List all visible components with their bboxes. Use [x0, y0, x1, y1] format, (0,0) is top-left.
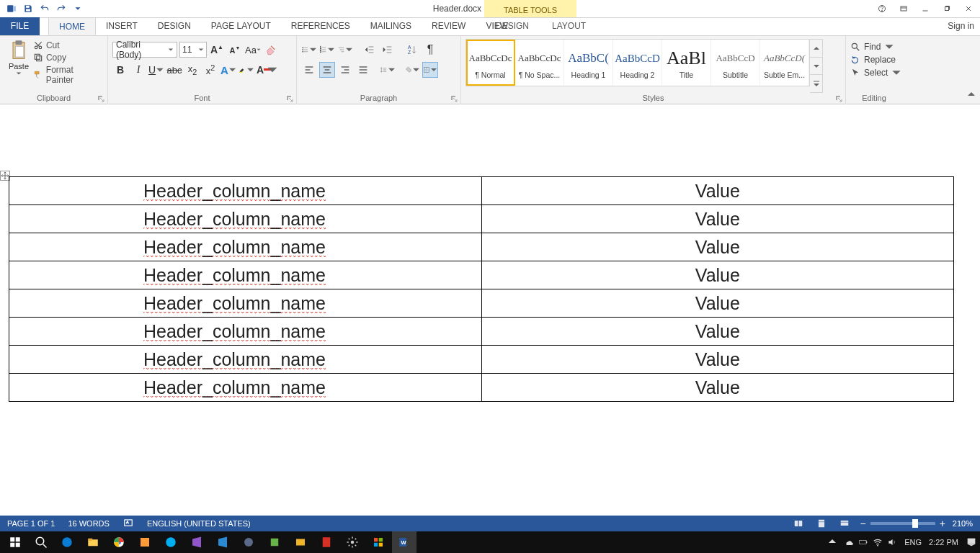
start-button[interactable]: [3, 531, 27, 553]
taskbar-app-3[interactable]: [262, 531, 287, 553]
superscript-button[interactable]: x2: [202, 62, 218, 78]
grow-font-button[interactable]: A▲: [209, 42, 225, 58]
zoom-thumb[interactable]: [912, 519, 918, 528]
tab-mailings[interactable]: MAILINGS: [360, 17, 422, 35]
table-row[interactable]: Header_column_nameValue: [9, 346, 954, 374]
subscript-button[interactable]: x2: [184, 62, 200, 78]
tray-volume-icon[interactable]: [887, 537, 897, 547]
sort-button[interactable]: AZ: [404, 42, 420, 58]
table-cell-header[interactable]: Header_column_name: [9, 318, 482, 346]
tab-home[interactable]: HOME: [48, 17, 96, 35]
table-cell-value[interactable]: Value: [481, 233, 953, 261]
styles-scroll-up[interactable]: [810, 40, 822, 58]
copy-button[interactable]: Copy: [33, 53, 103, 63]
text-effects-button[interactable]: A: [220, 62, 236, 78]
close-icon[interactable]: [960, 1, 977, 16]
tab-references[interactable]: REFERENCES: [281, 17, 360, 35]
tray-clock[interactable]: 2:22 PM: [929, 538, 958, 547]
font-name-combo[interactable]: Calibri (Body): [112, 42, 177, 58]
table-cell-header[interactable]: Header_column_name: [9, 374, 482, 402]
replace-button[interactable]: Replace: [850, 55, 901, 65]
taskbar-explorer-icon[interactable]: [81, 531, 105, 553]
style-tile-heading2[interactable]: AaBbCcDHeading 2: [613, 40, 662, 86]
save-icon[interactable]: [21, 1, 35, 16]
table-row[interactable]: Header_column_nameValue: [9, 233, 954, 261]
undo-icon[interactable]: [37, 1, 52, 16]
zoom-level[interactable]: 210%: [953, 519, 973, 528]
show-paragraph-marks-button[interactable]: ¶: [422, 42, 438, 58]
change-case-button[interactable]: Aa: [245, 42, 261, 58]
align-right-button[interactable]: [337, 62, 353, 78]
shrink-font-button[interactable]: A▼: [227, 42, 243, 58]
line-spacing-button[interactable]: [380, 62, 396, 78]
zoom-track[interactable]: [870, 522, 935, 525]
taskbar-vscode-icon[interactable]: [210, 531, 235, 553]
table-row[interactable]: Header_column_nameValue: [9, 205, 954, 233]
tab-page-layout[interactable]: PAGE LAYOUT: [201, 17, 281, 35]
style-tile-subtitle[interactable]: AaBbCcDSubtitle: [711, 40, 760, 86]
qat-customize-icon[interactable]: [71, 1, 85, 16]
align-left-button[interactable]: [301, 62, 317, 78]
sign-in-link[interactable]: Sign in: [948, 17, 974, 35]
styles-dialog-launcher[interactable]: [835, 94, 844, 103]
help-icon[interactable]: [873, 1, 891, 16]
status-language[interactable]: ENGLISH (UNITED STATES): [147, 519, 251, 528]
tray-overflow-icon[interactable]: [828, 537, 837, 547]
status-page[interactable]: PAGE 1 OF 1: [7, 519, 55, 528]
tab-review[interactable]: REVIEW: [422, 17, 476, 35]
tray-language[interactable]: ENG: [904, 538, 922, 547]
zoom-in-icon[interactable]: +: [940, 518, 945, 529]
zoom-slider[interactable]: − +: [860, 518, 945, 529]
numbering-button[interactable]: 123: [319, 42, 335, 58]
bullets-button[interactable]: [301, 42, 317, 58]
decrease-indent-button[interactable]: [362, 42, 378, 58]
table-cell-header[interactable]: Header_column_name: [9, 346, 482, 374]
taskbar-pdf-icon[interactable]: [314, 531, 339, 553]
taskbar-app-5[interactable]: [366, 531, 391, 553]
tray-notifications-icon[interactable]: [966, 536, 977, 548]
view-web-layout[interactable]: [837, 518, 852, 529]
style-tile-normal[interactable]: AaBbCcDc¶ Normal: [466, 40, 515, 86]
tab-design[interactable]: DESIGN: [148, 17, 201, 35]
multilevel-list-button[interactable]: [337, 42, 353, 58]
table-row[interactable]: Header_column_nameValue: [9, 177, 954, 205]
format-painter-button[interactable]: Format Painter: [33, 65, 103, 85]
word-app-icon[interactable]: [4, 1, 19, 16]
collapse-ribbon-icon[interactable]: [967, 90, 976, 101]
table-row[interactable]: Header_column_nameValue: [9, 374, 954, 402]
table-cell-value[interactable]: Value: [481, 261, 953, 289]
status-proofing-icon[interactable]: [122, 518, 134, 529]
underline-button[interactable]: U: [148, 62, 164, 78]
increase-indent-button[interactable]: [380, 42, 396, 58]
bold-button[interactable]: B: [112, 62, 128, 78]
table-cell-value[interactable]: Value: [481, 205, 953, 233]
borders-button[interactable]: [422, 62, 438, 78]
tab-table-layout[interactable]: LAYOUT: [540, 17, 597, 35]
align-center-button[interactable]: [319, 62, 335, 78]
find-button[interactable]: Find: [850, 42, 901, 52]
restore-icon[interactable]: [938, 1, 956, 16]
table-cell-header[interactable]: Header_column_name: [9, 289, 482, 318]
taskbar-settings-icon[interactable]: [340, 531, 365, 553]
font-size-combo[interactable]: 11: [179, 42, 207, 58]
paragraph-dialog-launcher[interactable]: [450, 94, 459, 103]
table-row[interactable]: Header_column_nameValue: [9, 261, 954, 289]
styles-gallery[interactable]: AaBbCcDc¶ NormalAaBbCcDc¶ No Spac...AaBb…: [466, 39, 810, 86]
justify-button[interactable]: [355, 62, 371, 78]
tray-wifi-icon[interactable]: [873, 537, 883, 547]
style-tile-heading1[interactable]: AaBbC(Heading 1: [564, 40, 613, 86]
taskbar-chrome-icon[interactable]: [107, 531, 131, 553]
styles-expand[interactable]: [810, 75, 822, 92]
view-read-mode[interactable]: [790, 518, 806, 529]
paste-button[interactable]: Paste: [4, 39, 33, 76]
taskbar-vs-icon[interactable]: [184, 531, 209, 553]
italic-button[interactable]: I: [130, 62, 146, 78]
table-cell-value[interactable]: Value: [481, 318, 953, 346]
minimize-icon[interactable]: [917, 1, 934, 16]
table-cell-value[interactable]: Value: [481, 374, 953, 402]
styles-scroll-down[interactable]: [810, 58, 822, 76]
select-button[interactable]: Select: [850, 68, 901, 78]
style-tile-title[interactable]: AaBlTitle: [662, 40, 711, 86]
redo-icon[interactable]: [54, 1, 68, 16]
clipboard-dialog-launcher[interactable]: [97, 94, 106, 103]
